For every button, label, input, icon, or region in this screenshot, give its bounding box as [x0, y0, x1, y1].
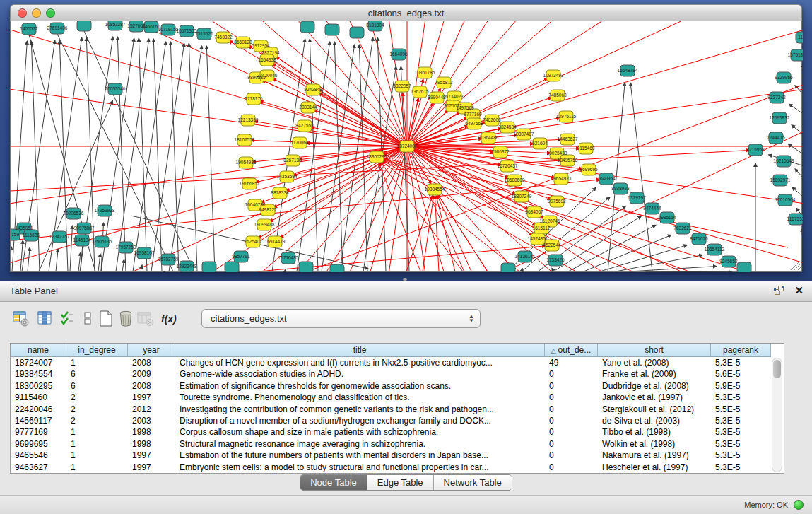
cell-name: 9463627 [11, 462, 66, 473]
column-header-title[interactable]: title [175, 344, 545, 356]
table-row[interactable]: 2242004622012Investigating the contribut… [11, 404, 771, 415]
graph-node-label: 10719155 [158, 27, 179, 32]
graph-node-label: 12342757 [49, 234, 70, 239]
graph-node-label: 9227342 [767, 95, 786, 100]
column-header-name[interactable]: name [11, 344, 66, 356]
row-height-icon[interactable] [79, 310, 98, 329]
graph-node[interactable] [737, 262, 751, 272]
graph-node[interactable] [225, 262, 239, 272]
resize-grip-icon[interactable] [791, 262, 801, 270]
citation-network-graph[interactable]: 1872400727181761221339918107552190549351… [11, 21, 803, 272]
graph-node[interactable] [202, 262, 216, 272]
graph-edge [189, 43, 197, 271]
graph-node-label: 1497569 [456, 105, 474, 110]
graph-node-label: 18724007 [397, 144, 418, 148]
select-columns-icon[interactable] [59, 310, 78, 329]
table-panel-title: Table Panel [10, 286, 58, 296]
graph-node[interactable] [350, 27, 364, 38]
delete-table-icon[interactable] [117, 310, 136, 329]
table-row[interactable]: 1938455462009Genome-wide association stu… [11, 368, 771, 380]
graph-edge [273, 64, 407, 146]
cell-out_degree: 0 [545, 462, 598, 473]
vertical-scrollbar[interactable] [772, 358, 782, 472]
column-header-short[interactable]: short [598, 344, 711, 356]
table-row[interactable]: 946554611997Estimation of the future num… [11, 450, 771, 461]
graph-edge [11, 247, 11, 271]
cell-short: Stergiakouli et al. (2012) [598, 404, 711, 415]
table-selector-dropdown[interactable]: citations_edges.txt ▲▼ [201, 309, 481, 328]
cell-out_degree: 49 [545, 357, 598, 368]
cell-short: Franke et al. (2009) [598, 368, 711, 380]
graph-edge [84, 31, 194, 271]
close-panel-icon[interactable]: ✕ [794, 284, 804, 297]
graph-node-label: 14136141 [515, 254, 536, 259]
column-header-pagerank[interactable]: pagerank [711, 344, 771, 356]
scrollbar-thumb[interactable] [773, 360, 781, 378]
table-settings-icon[interactable] [13, 310, 31, 329]
graph-node-label: 7632621 [673, 226, 692, 230]
graph-node[interactable] [77, 21, 91, 31]
column-header-in_degree[interactable]: in_degree [66, 344, 128, 356]
float-panel-icon[interactable] [774, 286, 785, 297]
table-row[interactable]: 1872400712008Changes of HCN gene express… [11, 357, 771, 368]
graph-edge [584, 235, 671, 271]
graph-node-label: 8471676 [690, 236, 708, 241]
show-columns-icon[interactable] [37, 310, 55, 329]
graph-node-label: 16210643 [774, 158, 794, 163]
graph-node-label: 20206536 [64, 211, 84, 216]
graph-node-label: 1167533 [787, 216, 803, 221]
graph-node-label: 9329966 [775, 75, 793, 80]
cell-name: 9699695 [11, 438, 66, 450]
cell-title: Estimation of significance thresholds fo… [175, 380, 545, 392]
graph-node[interactable] [299, 262, 313, 272]
graph-edge [273, 78, 407, 146]
graph-node-label: 19654923 [551, 176, 572, 181]
column-header-year[interactable]: year [128, 344, 175, 356]
graph-node-label: 18300295 [367, 154, 387, 159]
table-row[interactable]: 911546021997Tourette syndrome. Phenomeno… [11, 392, 771, 403]
cell-in_degree: 1 [66, 426, 128, 438]
cell-in_degree: 2 [66, 392, 128, 403]
graph-node-label: 9699695 [579, 167, 598, 172]
network-canvas[interactable]: 1872400727181761221339918107552190549351… [10, 21, 802, 272]
cell-year: 2009 [128, 368, 175, 380]
table-row[interactable]: 946362711997Embryonic stem cells: a mode… [11, 462, 771, 473]
graph-node-label: 7462606 [483, 117, 501, 122]
function-builder-icon[interactable]: f(x) [161, 313, 180, 332]
table-row[interactable]: 969969511998Structural magnetic resonanc… [11, 438, 771, 450]
graph-node-label: 10046786 [245, 202, 266, 207]
network-window-titlebar[interactable]: citations_edges.txt [10, 4, 802, 21]
tab-node-table[interactable]: Node Table [300, 475, 367, 490]
graph-node[interactable] [325, 24, 339, 35]
graph-node-label: 6379197 [628, 195, 646, 200]
memory-status-icon[interactable] [794, 500, 804, 510]
create-table-icon[interactable] [98, 310, 116, 329]
attribute-table[interactable]: namein_degreeyeartitle△out_de...shortpag… [10, 343, 784, 474]
cell-out_degree: 0 [545, 450, 598, 461]
cell-pagerank: 5.3E-5 [711, 450, 771, 461]
table-row[interactable]: 977716911998Corpus callosum shape and si… [11, 426, 771, 438]
graph-node-label: 1405572 [20, 26, 38, 31]
graph-node-label: 17359928 [95, 208, 115, 213]
graph-node-label: 9474444 [643, 206, 661, 211]
column-header-out_degree[interactable]: △out_de... [545, 344, 598, 356]
cell-out_degree: 0 [545, 404, 598, 415]
graph-node[interactable] [330, 264, 344, 272]
graph-edge [11, 146, 407, 263]
cell-year: 1997 [128, 462, 175, 473]
graph-node-label: 9777169 [464, 112, 482, 117]
graph-node-label: 1733426 [546, 257, 565, 262]
graph-node[interactable] [300, 21, 314, 33]
graph-node-label: 7463822 [214, 35, 233, 40]
graph-node-label: 7485063 [548, 93, 567, 98]
table-row[interactable]: 1830029562008Estimation of significance … [11, 380, 771, 392]
network-window[interactable]: citations_edges.txt [10, 4, 802, 272]
table-body: 1872400712008Changes of HCN gene express… [11, 357, 771, 473]
tab-edge-table[interactable]: Edge Table [367, 475, 434, 490]
cell-in_degree: 1 [66, 450, 128, 461]
graph-edge [28, 247, 30, 271]
graph-node[interactable] [501, 263, 515, 272]
fx-label: f(x) [161, 313, 177, 325]
table-row[interactable]: 1456911722003Disruption of a novel membe… [11, 415, 771, 426]
tab-network-table[interactable]: Network Table [434, 475, 512, 490]
